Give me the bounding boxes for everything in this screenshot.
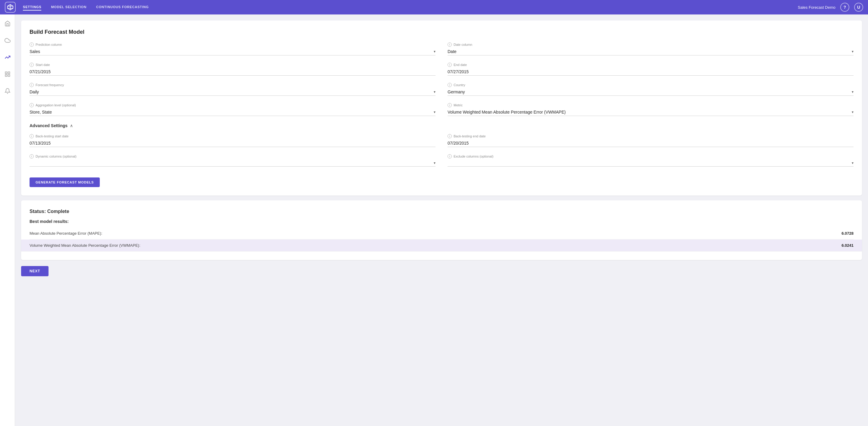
topnav-tabs: SETTINGS MODEL SELECTION CONTINUOUS FORE…: [23, 4, 798, 10]
exclude-columns-label: Exclude columns (optional): [454, 155, 493, 158]
aggregation-level-value: Store, State: [30, 110, 434, 114]
end-date-control[interactable]: 07/27/2015: [447, 68, 854, 76]
aggregation-level-dropdown-arrow[interactable]: ▾: [434, 110, 435, 114]
metric-value: Volume Weighted Mean Absolute Percentage…: [447, 110, 852, 114]
vwmape-value: 6.0241: [841, 243, 854, 248]
end-date-info-icon[interactable]: i: [447, 63, 452, 67]
dynamic-columns-control[interactable]: ▾: [30, 160, 435, 167]
build-model-title: Build Forecast Model: [30, 29, 854, 35]
tab-settings[interactable]: SETTINGS: [23, 4, 41, 10]
date-column-info-icon[interactable]: i: [447, 42, 452, 47]
metric-label: Metric: [454, 103, 463, 107]
country-info-icon[interactable]: i: [447, 83, 452, 87]
country-value: Germany: [447, 90, 852, 94]
start-date-field: i Start date 07/21/2015: [30, 63, 435, 76]
exclude-columns-dropdown-arrow[interactable]: ▾: [852, 161, 854, 165]
forecast-frequency-dropdown-arrow[interactable]: ▾: [434, 90, 435, 94]
advanced-settings-chevron: ∧: [70, 123, 73, 128]
country-label: Country: [454, 83, 465, 87]
tab-model-selection[interactable]: MODEL SELECTION: [51, 4, 87, 10]
country-control[interactable]: Germany ▾: [447, 88, 854, 96]
sidebar-grid[interactable]: [2, 69, 13, 79]
aggregation-level-label: Aggregation level (optional): [36, 103, 76, 107]
backtesting-end-info-icon[interactable]: i: [447, 134, 452, 138]
metric-field: i Metric Volume Weighted Mean Absolute P…: [447, 103, 854, 116]
logo[interactable]: [5, 2, 16, 13]
end-date-field: i End date 07/27/2015: [447, 63, 854, 76]
metric-dropdown-arrow[interactable]: ▾: [852, 110, 854, 114]
dynamic-columns-label: Dynamic columns (optional): [36, 155, 76, 158]
topnav: SETTINGS MODEL SELECTION CONTINUOUS FORE…: [0, 0, 868, 14]
mape-value: 6.0728: [841, 231, 854, 236]
end-date-label: End date: [454, 63, 467, 67]
dynamic-columns-field: i Dynamic columns (optional) ▾: [30, 154, 435, 167]
dynamic-columns-dropdown-arrow[interactable]: ▾: [434, 161, 435, 165]
start-date-value: 07/21/2015: [30, 69, 435, 74]
exclude-columns-control[interactable]: ▾: [447, 160, 854, 167]
vwmape-label: Volume Weighted Mean Absolute Percentage…: [30, 243, 141, 248]
build-model-card: Build Forecast Model i Prediction column…: [21, 21, 862, 196]
generate-forecast-button[interactable]: GENERATE FORECAST MODELS: [30, 177, 100, 187]
sidebar-notifications[interactable]: [2, 86, 13, 96]
status-title: Status: Complete: [30, 209, 854, 214]
prediction-column-info-icon[interactable]: i: [30, 42, 34, 47]
aggregation-level-field: i Aggregation level (optional) Store, St…: [30, 103, 435, 116]
prediction-column-field: i Prediction column Sales ▾: [30, 42, 435, 56]
help-button[interactable]: ?: [840, 3, 849, 12]
user-button[interactable]: U: [854, 3, 863, 12]
project-name: Sales Forecast Demo: [798, 5, 835, 10]
svg-rect-6: [8, 75, 10, 76]
start-date-info-icon[interactable]: i: [30, 63, 34, 67]
date-column-control[interactable]: Date ▾: [447, 48, 854, 56]
forecast-frequency-value: Daily: [30, 90, 434, 94]
backtesting-end-field: i Back-testing end date 07/20/2015: [447, 134, 854, 147]
advanced-settings-header[interactable]: Advanced Settings ∧: [30, 123, 854, 128]
aggregation-level-control[interactable]: Store, State ▾: [30, 108, 435, 116]
date-column-label: Date column: [454, 43, 472, 46]
mape-result-row: Mean Absolute Percentage Error (MAPE): 6…: [30, 227, 854, 239]
prediction-column-value: Sales: [30, 49, 434, 54]
svg-rect-7: [5, 75, 7, 76]
sidebar-cloud[interactable]: [2, 35, 13, 46]
start-date-control[interactable]: 07/21/2015: [30, 68, 435, 76]
start-date-label: Start date: [36, 63, 50, 67]
tab-continuous-forecasting[interactable]: CONTINUOUS FORECASTING: [96, 4, 149, 10]
backtesting-end-value: 07/20/2015: [447, 141, 854, 145]
end-date-value: 07/27/2015: [447, 69, 854, 74]
date-column-dropdown-arrow[interactable]: ▾: [852, 50, 854, 54]
backtesting-start-field: i Back-testing start date 07/13/2015: [30, 134, 435, 147]
sidebar-home[interactable]: [2, 18, 13, 29]
mape-label: Mean Absolute Percentage Error (MAPE):: [30, 231, 102, 236]
prediction-column-dropdown-arrow[interactable]: ▾: [434, 50, 435, 54]
backtesting-end-label: Back-testing end date: [454, 134, 486, 138]
metric-info-icon[interactable]: i: [447, 103, 452, 107]
status-card: Status: Complete Best model results: Mea…: [21, 200, 862, 260]
exclude-columns-field: i Exclude columns (optional) ▾: [447, 154, 854, 167]
country-field: i Country Germany ▾: [447, 83, 854, 96]
forecast-frequency-info-icon[interactable]: i: [30, 83, 34, 87]
topnav-right: Sales Forecast Demo ? U: [798, 3, 863, 12]
metric-control[interactable]: Volume Weighted Mean Absolute Percentage…: [447, 108, 854, 116]
backtesting-start-value: 07/13/2015: [30, 141, 435, 145]
backtesting-start-control[interactable]: 07/13/2015: [30, 139, 435, 147]
prediction-column-control[interactable]: Sales ▾: [30, 48, 435, 56]
aggregation-level-info-icon[interactable]: i: [30, 103, 34, 107]
backtesting-end-control[interactable]: 07/20/2015: [447, 139, 854, 147]
forecast-frequency-control[interactable]: Daily ▾: [30, 88, 435, 96]
sidebar-chart[interactable]: [2, 52, 13, 63]
main-form-grid: i Prediction column Sales ▾ i Date colum…: [30, 42, 854, 123]
next-button[interactable]: NEXT: [21, 266, 49, 276]
dynamic-columns-info-icon[interactable]: i: [30, 154, 34, 159]
main-content: Build Forecast Model i Prediction column…: [15, 14, 868, 426]
results-title: Best model results:: [30, 219, 854, 224]
backtesting-start-label: Back-testing start date: [36, 134, 68, 138]
country-dropdown-arrow[interactable]: ▾: [852, 90, 854, 94]
exclude-columns-info-icon[interactable]: i: [447, 154, 452, 159]
svg-rect-4: [5, 72, 7, 74]
advanced-form-grid: i Back-testing start date 07/13/2015 i B…: [30, 134, 854, 174]
advanced-settings-title: Advanced Settings: [30, 123, 67, 128]
prediction-column-label: Prediction column: [36, 43, 62, 46]
forecast-frequency-field: i Forecast frequency Daily ▾: [30, 83, 435, 96]
date-column-field: i Date column Date ▾: [447, 42, 854, 56]
backtesting-start-info-icon[interactable]: i: [30, 134, 34, 138]
